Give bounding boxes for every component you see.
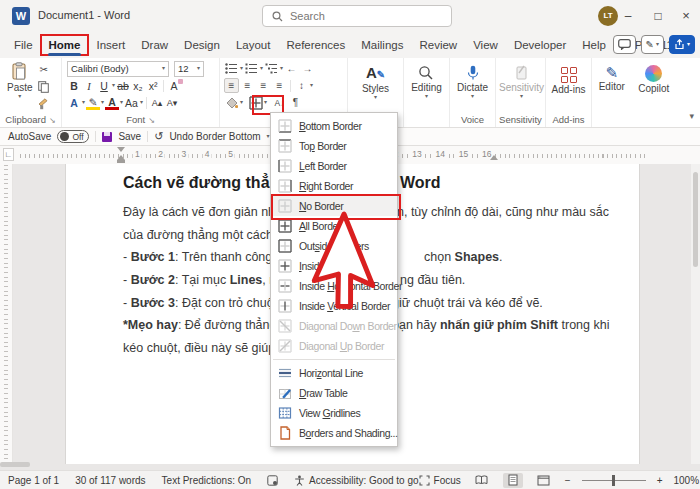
addins-button[interactable]: Add-ins [549,65,589,97]
close-button[interactable]: × [674,6,698,26]
menu-item-top-border[interactable]: Top Border [271,136,397,156]
copilot-button[interactable]: Copilot [635,63,672,127]
search-input[interactable]: Search [262,5,452,27]
tab-view[interactable]: View [465,35,506,55]
tab-home[interactable]: Home [41,35,89,55]
tab-references[interactable]: References [278,35,353,55]
tab-selector[interactable]: ∟ [3,148,14,161]
maximize-button[interactable]: □ [646,6,670,26]
text-effects-button[interactable]: A [67,95,81,110]
tab-mailings[interactable]: Mailings [353,35,411,55]
strikethrough-button[interactable]: ab [116,78,130,93]
clear-formatting-button[interactable]: A [167,78,181,93]
borders-button[interactable] [248,95,263,110]
tab-layout[interactable]: Layout [228,35,279,55]
menu-item-outside-borders[interactable]: Outside Borders [271,236,397,256]
styles-button[interactable]: A✎ Styles ▾ [359,63,392,102]
right-indent-marker[interactable] [490,155,498,160]
numbering-button[interactable] [244,61,259,76]
font-size-select[interactable]: 12▾ [174,61,204,77]
shading-button[interactable] [224,95,239,110]
proofing-icon[interactable] [267,475,278,486]
menu-item-inside-borders[interactable]: Inside Borders [271,256,397,276]
multilevel-list-button[interactable] [264,61,279,76]
text-predictions[interactable]: Text Predictions: On [162,475,251,486]
underline-button[interactable]: U [97,78,111,93]
read-mode-button[interactable] [472,473,492,488]
tab-draw[interactable]: Draw [133,35,176,55]
vertical-scrollbar[interactable] [691,164,700,464]
menu-item-no-border[interactable]: No Border [271,196,397,216]
align-right-button[interactable]: ≡ [256,78,271,93]
menu-item-draw-table[interactable]: Draw Table [271,383,397,403]
first-line-indent-marker[interactable] [117,147,125,152]
print-layout-button[interactable] [503,473,523,488]
hanging-indent-marker[interactable] [117,155,125,160]
scrollbar-thumb[interactable] [693,172,698,267]
format-painter-button[interactable] [36,96,52,111]
zoom-slider-thumb[interactable] [612,475,615,486]
menu-item-borders-and-shading[interactable]: Borders and Shading... [271,423,397,443]
minimize-button[interactable]: – [616,6,640,26]
autosave-toggle[interactable]: Off [57,130,89,143]
sort-button[interactable]: A↓ [272,95,287,110]
align-center-button[interactable]: ≡ [240,78,255,93]
italic-button[interactable]: I [82,78,96,93]
grow-font-button[interactable]: A▴ [150,95,164,110]
accessibility-status[interactable]: Accessibility: Good to go [294,475,419,486]
font-color-button[interactable]: A [105,95,119,110]
tab-review[interactable]: Review [411,35,465,55]
font-dialog-launcher[interactable]: ↘ [148,116,155,125]
shrink-font-button[interactable]: A▾ [165,95,179,110]
tab-help[interactable]: Help [574,35,614,55]
zoom-in-button[interactable]: + [657,475,663,486]
menu-item-inside-horizontal-border[interactable]: Inside Horizontal Border [271,276,397,296]
save-button[interactable]: Save [118,131,141,142]
tab-insert[interactable]: Insert [88,35,133,55]
page-indicator[interactable]: Page 1 of 1 [8,475,59,486]
horizontal-scrollbar[interactable] [0,462,30,467]
change-case-button[interactable]: Aa [124,95,139,110]
menu-item-all-borders[interactable]: All Borders [271,216,397,236]
highlight-color-button[interactable]: ✎ [86,95,100,110]
cut-button[interactable]: ✂ [36,62,52,77]
share-button[interactable]: ▾ [669,35,695,54]
zoom-slider[interactable] [582,480,646,481]
menu-item-view-gridlines[interactable]: View Gridlines [271,403,397,423]
subscript-button[interactable]: x₂ [131,78,145,93]
show-paragraph-marks-button[interactable]: ¶ [288,95,303,110]
editor-button[interactable]: ✎ Editor [596,63,628,127]
decrease-indent-button[interactable]: ← [284,61,299,76]
zoom-out-button[interactable]: − [565,475,571,486]
word-count[interactable]: 30 of 117 words [75,475,145,486]
collapse-ribbon-icon[interactable]: ▾ [689,111,694,121]
increase-indent-button[interactable]: → [300,61,315,76]
tab-developer[interactable]: Developer [506,35,574,55]
superscript-button[interactable]: x² [146,78,160,93]
menu-item-horizontal-line[interactable]: Horizontal Line [271,363,397,383]
tab-file[interactable]: File [6,35,41,55]
menu-item-right-border[interactable]: Right Border [271,176,397,196]
justify-button[interactable]: ≡ [272,78,287,93]
line-spacing-button[interactable]: ↕ [294,78,309,93]
paste-button[interactable]: Paste ▾ [4,60,36,111]
comments-button[interactable] [613,35,636,54]
menu-item-inside-vertical-border[interactable]: Inside Vertical Border [271,296,397,316]
undo-button[interactable]: Undo Border Bottom [169,131,260,142]
focus-button[interactable]: Focus [419,475,461,486]
zoom-level[interactable]: 100% [673,475,699,486]
web-layout-button[interactable] [534,473,554,488]
menu-item-left-border[interactable]: Left Border [271,156,397,176]
menu-item-bottom-border[interactable]: Bottom Border [271,116,397,136]
tab-design[interactable]: Design [176,35,228,55]
bullets-button[interactable] [224,61,239,76]
bold-button[interactable]: B [67,78,81,93]
dictate-button[interactable]: Dictate ▾ [454,63,491,101]
avatar[interactable]: LT [598,6,618,26]
editing-button[interactable]: Editing ▾ [408,63,445,101]
align-left-button[interactable]: ≡ [224,78,239,93]
vertical-ruler[interactable] [0,164,13,464]
font-name-select[interactable]: Calibri (Body)▾ [67,61,169,77]
editing-mode-button[interactable]: ✎▾ [641,35,664,54]
copy-button[interactable] [36,79,52,94]
